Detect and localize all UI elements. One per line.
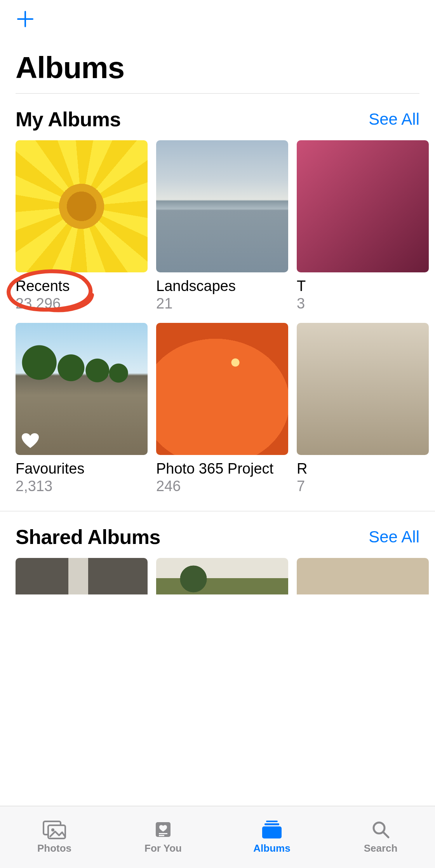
- shared-album[interactable]: [16, 558, 148, 594]
- album-count: 2,313: [16, 478, 148, 495]
- svg-point-2: [51, 828, 54, 831]
- page-title: Albums: [16, 50, 419, 94]
- shared-albums-see-all[interactable]: See All: [369, 528, 419, 546]
- album-count: 21: [156, 295, 288, 312]
- album-name: Recents: [16, 278, 148, 295]
- album-landscapes[interactable]: Landscapes 21: [156, 140, 288, 312]
- album-partial[interactable]: R 7: [297, 323, 429, 495]
- album-favourites[interactable]: Favourites 2,313: [16, 323, 148, 495]
- album-thumbnail: [16, 140, 148, 272]
- tab-for-you[interactable]: For You: [124, 820, 202, 854]
- tab-label: For You: [144, 842, 182, 854]
- album-count: 246: [156, 478, 288, 495]
- album-count: 3: [297, 295, 429, 312]
- tab-albums[interactable]: Albums: [233, 820, 311, 854]
- tab-label: Albums: [253, 842, 290, 854]
- album-row: Favourites 2,313 Photo 365 Project 246 R…: [16, 323, 435, 495]
- album-name: Favourites: [16, 460, 148, 477]
- plus-icon: [16, 9, 35, 29]
- my-albums-see-all[interactable]: See All: [369, 110, 419, 129]
- shared-album[interactable]: [297, 558, 429, 594]
- shared-albums-section: Shared Albums See All: [0, 511, 435, 594]
- album-count: 23,296: [16, 295, 148, 312]
- album-photo365[interactable]: Photo 365 Project 246: [156, 323, 288, 495]
- tab-label: Photos: [37, 842, 71, 854]
- albums-icon: [261, 820, 283, 839]
- svg-rect-7: [264, 823, 279, 825]
- tab-bar: Photos For You Albums Search: [0, 806, 435, 868]
- album-count: 7: [297, 478, 429, 495]
- album-thumbnail: [156, 140, 288, 272]
- album-row: Recents 23,296 Landscapes 21 T 3: [16, 140, 435, 312]
- album-thumbnail: [156, 323, 288, 455]
- photos-icon: [42, 820, 67, 839]
- tab-search[interactable]: Search: [342, 820, 419, 854]
- album-name: R: [297, 460, 429, 477]
- album-thumbnail: [297, 140, 429, 272]
- search-icon: [371, 820, 390, 839]
- svg-line-10: [383, 832, 388, 837]
- tab-label: Search: [364, 842, 398, 854]
- shared-albums-title: Shared Albums: [16, 525, 160, 549]
- shared-album-row: [16, 558, 435, 594]
- album-partial[interactable]: T 3: [297, 140, 429, 312]
- foryou-icon: [153, 820, 173, 839]
- shared-album[interactable]: [156, 558, 288, 594]
- album-thumbnail: [297, 323, 429, 455]
- heart-icon: [22, 433, 39, 449]
- album-name: Photo 365 Project: [156, 460, 288, 477]
- add-album-button[interactable]: [16, 9, 419, 32]
- svg-rect-8: [262, 826, 282, 838]
- album-name: T: [297, 278, 429, 295]
- svg-rect-6: [266, 821, 278, 822]
- my-albums-section: My Albums See All Recents 23,296 Landsca…: [0, 94, 435, 495]
- tab-photos[interactable]: Photos: [16, 820, 93, 854]
- svg-rect-4: [159, 833, 167, 834]
- svg-rect-5: [159, 835, 164, 836]
- album-recents[interactable]: Recents 23,296: [16, 140, 148, 312]
- my-albums-title: My Albums: [16, 108, 121, 131]
- album-thumbnail: [16, 323, 148, 455]
- album-name: Landscapes: [156, 278, 288, 295]
